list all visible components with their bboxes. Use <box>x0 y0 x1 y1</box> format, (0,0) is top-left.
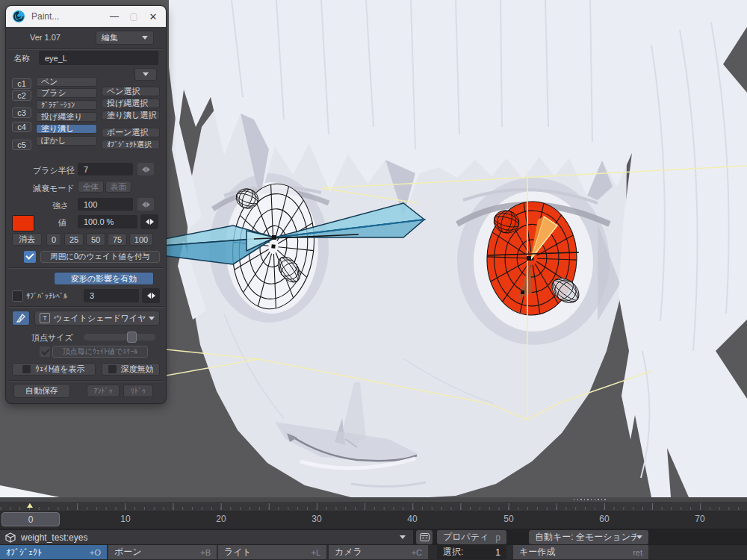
spin-right-icon <box>152 293 155 299</box>
brush-radius-field[interactable]: 7 <box>78 163 133 175</box>
chevron-down-icon <box>149 317 155 320</box>
tool-lasso-paint[interactable]: 投げ縄塗り <box>36 112 97 122</box>
spin-left-icon <box>147 293 151 299</box>
shade-mode-icon-button[interactable] <box>12 311 30 326</box>
mode-camera-button[interactable]: カメラ +C <box>329 545 428 559</box>
window-titlebar[interactable]: Paint... — ▢ ✕ <box>6 6 166 27</box>
brush-radius-label: ブラシ半径 <box>33 165 75 176</box>
tool-gradation[interactable]: ｸﾞﾗﾃﾞｰｼｮﾝ <box>36 100 97 110</box>
selection-count-box: 選択: 1 <box>437 545 506 559</box>
strength-label: 強さ <box>52 200 69 211</box>
preset-0-button[interactable]: 0 <box>46 233 61 246</box>
create-key-button[interactable]: キー作成 ret <box>513 545 648 559</box>
paint-tool-window: Paint... — ▢ ✕ Ver 1.07 編集 名称 c1 c2 c3 c… <box>6 6 166 403</box>
timeline-track[interactable]: 0 10 20 30 40 50 60 70 <box>0 511 747 529</box>
maximize-button[interactable]: ▢ <box>124 9 143 24</box>
scale-per-vertex-label[interactable]: 頂点毎にｳｪｲﾄ値でｽｹｰﾙ <box>52 346 148 358</box>
slider-handle[interactable] <box>127 332 137 343</box>
mode-object-shortcut: +O <box>90 548 101 557</box>
chevron-down-icon[interactable] <box>400 535 406 539</box>
chevron-down-icon <box>143 72 149 76</box>
falloff-surface-button[interactable]: 表面 <box>105 181 131 193</box>
mode-object-button[interactable]: ｵﾌﾞｼﾞｪｸﾄ +O <box>0 545 107 559</box>
autokey-dropdown[interactable]: 自動キー: 全モーションチャン… <box>529 530 648 544</box>
depth-disable-toggle[interactable]: 深度無効 <box>102 363 160 376</box>
mode-light-button[interactable]: ライト +L <box>218 545 326 559</box>
tool-pen-select[interactable]: ペン選択 <box>102 87 160 96</box>
show-weight-label: ｳｪｲﾄ値を表示 <box>35 364 84 375</box>
playhead-frame[interactable]: 0 <box>1 512 60 526</box>
mode-bone-label: ボーン <box>114 546 142 559</box>
tool-fill-select[interactable]: 塗り潰し選択 <box>102 111 160 120</box>
erase-button[interactable]: 消去 <box>12 233 42 246</box>
subpatch-label: ｻﾌﾞﾊﾟｯﾁﾚﾍﾞﾙ <box>26 292 67 300</box>
drag-handle-dots[interactable] <box>574 499 608 500</box>
frame-label-30: 30 <box>311 514 321 524</box>
toggle-box-icon <box>22 365 31 373</box>
preset-100-button[interactable]: 100 <box>129 233 153 246</box>
preset-c1-button[interactable]: c1 <box>12 78 31 89</box>
redo-button[interactable]: ﾘﾄﾞｩ <box>123 385 153 397</box>
edit-menu-dropdown[interactable]: 編集 <box>96 31 154 45</box>
falloff-whole-button[interactable]: 全体 <box>78 181 104 193</box>
value-field[interactable]: 100.0 % <box>78 215 137 228</box>
material-dropdown[interactable] <box>134 68 157 81</box>
mode-bone-shortcut: +B <box>200 548 211 557</box>
name-label: 名称 <box>13 53 30 64</box>
subpatch-spinner[interactable] <box>142 288 160 303</box>
autosave-button[interactable]: 自動保存 <box>13 384 70 398</box>
scale-per-vertex-checkbox[interactable] <box>40 346 50 357</box>
mode-camera-label: カメラ <box>335 546 362 559</box>
strength-field[interactable]: 100 <box>78 198 133 211</box>
preset-c4-button[interactable]: c4 <box>12 122 31 132</box>
falloff-label: 減衰モード <box>33 183 75 194</box>
tool-fill[interactable]: 塗り潰し <box>36 124 97 134</box>
autokey-label: 自動キー: 全モーションチャン… <box>535 531 636 544</box>
tool-lasso-select[interactable]: 投げ縄選択 <box>102 99 160 108</box>
subpatch-checkbox[interactable] <box>12 290 23 302</box>
application-window: Paint... — ▢ ✕ Ver 1.07 編集 名称 c1 c2 c3 c… <box>0 0 747 560</box>
surround-zero-checkbox[interactable] <box>24 251 36 263</box>
current-object-selector[interactable]: weight_test:eyes <box>0 530 413 544</box>
paint-color-swatch[interactable] <box>12 215 34 231</box>
name-input[interactable] <box>39 51 158 65</box>
tool-brush[interactable]: ブラシ <box>36 88 97 98</box>
preset-50-button[interactable]: 50 <box>86 233 105 246</box>
create-key-shortcut: ret <box>633 548 642 557</box>
frame-label-10: 10 <box>120 514 130 524</box>
preset-25-button[interactable]: 25 <box>64 233 84 246</box>
strength-spinner[interactable] <box>137 198 154 211</box>
chevron-down-icon <box>142 36 148 40</box>
close-button[interactable]: ✕ <box>143 9 163 24</box>
deform-influence-button[interactable]: 変形の影響を有効 <box>54 272 154 285</box>
preset-c3-button[interactable]: c3 <box>12 108 31 118</box>
tool-object-select[interactable]: ｵﾌﾞｼﾞｪｸﾄ選択 <box>102 140 160 149</box>
mode-bone-button[interactable]: ボーン +B <box>108 545 217 559</box>
tool-blur[interactable]: ぼかし <box>36 136 97 146</box>
value-spinner[interactable] <box>140 214 158 229</box>
frame-label-20: 20 <box>216 514 226 524</box>
shade-mode-dropdown[interactable]: T ウェイトシェードワイヤ <box>34 311 160 326</box>
preset-75-button[interactable]: 75 <box>108 233 127 246</box>
undo-button[interactable]: ｱﾝﾄﾞｩ <box>87 385 120 397</box>
vertex-size-slider[interactable] <box>84 334 155 340</box>
timeline-ruler[interactable] <box>0 502 747 511</box>
playhead-marker-icon[interactable] <box>27 503 33 508</box>
edit-menu-label: 編集 <box>102 32 118 43</box>
cube-icon <box>5 532 16 543</box>
show-weight-toggle[interactable]: ｳｪｲﾄ値を表示 <box>12 363 96 376</box>
crystal-pen-icon <box>16 313 26 323</box>
tool-pen[interactable]: ペン <box>36 77 97 87</box>
check-icon <box>25 251 34 259</box>
preset-c5-button[interactable]: c5 <box>12 140 31 150</box>
surround-zero-label[interactable]: 周囲に0のウェイト値を付与 <box>40 251 160 263</box>
properties-shortcut: p <box>495 532 500 543</box>
minimize-button[interactable]: — <box>105 9 124 24</box>
properties-button[interactable]: プロパティ p <box>437 530 506 544</box>
panel-toggle-button[interactable] <box>416 530 433 544</box>
brush-radius-spinner[interactable] <box>137 163 154 175</box>
tool-bone-select[interactable]: ボーン選択 <box>102 128 160 137</box>
subpatch-field[interactable]: 3 <box>84 289 139 302</box>
frame-label-40: 40 <box>407 514 417 524</box>
preset-c2-button[interactable]: c2 <box>12 90 31 101</box>
